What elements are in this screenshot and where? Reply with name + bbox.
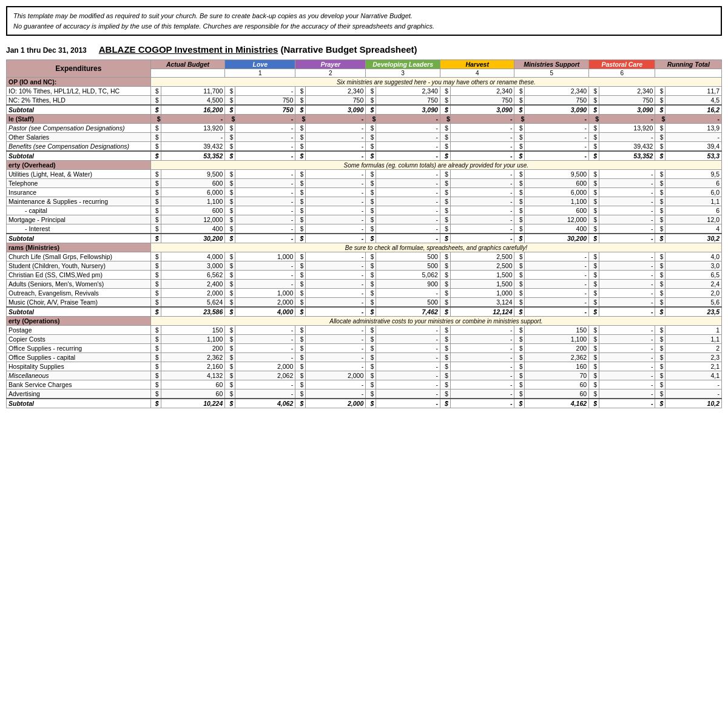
notice-box: This template may be modified as require… (6, 6, 722, 36)
table-row: - capital$600$-$-$-$-$600$-$6 (7, 206, 722, 215)
prayer-num: 2 (295, 69, 366, 78)
table-row: Pastor (see Compensation Designations)$1… (7, 124, 722, 133)
table-row: - Interest$400$-$-$-$-$400$-$4 (7, 224, 722, 234)
section-header-row: erty (Overhead)Some formulas (eg. column… (7, 161, 722, 170)
col-harvest-hdr: Harvest (440, 60, 514, 69)
table-row: Advertising$60$-$-$-$-$60$-$- (7, 389, 722, 399)
section-header-row: rams (Ministries)Be sure to check all fo… (7, 243, 722, 252)
table-row: Miscellaneous$4,132$2,062$2,000$-$-$70$-… (7, 371, 722, 380)
col-expenditures-hdr: Expenditures (7, 60, 151, 78)
subtotal-row: Subtotal$30,200$-$-$-$-$30,200$-$30,2 (7, 234, 722, 243)
subtotal-row: Subtotal$53,352$-$-$-$-$-$53,352$53,3 (7, 151, 722, 161)
col-actual-hdr: Actual Budget (150, 60, 225, 69)
harvest-num: 4 (440, 69, 514, 78)
actual-num (150, 69, 225, 78)
budget-table: Expenditures Actual Budget Love Prayer D… (6, 59, 722, 408)
table-row: Postage$150$-$-$-$-$150$-$1 (7, 326, 722, 335)
date-range: Jan 1 thru Dec 31, 2013 (6, 46, 87, 55)
section-header-row: OP (IO and NC):Six ministries are sugges… (7, 78, 722, 87)
table-row: Bank Service Charges$60$-$-$-$-$60$-$- (7, 380, 722, 389)
title-underline: ABLAZE COGOP Investment in Ministries (99, 44, 278, 55)
table-row: Christian Ed (SS, CIMS,Wed pm)$6,562$-$-… (7, 271, 722, 280)
table-row: Insurance$6,000$-$-$-$-$6,000$-$6,0 (7, 188, 722, 197)
table-row: Hospitality Supplies$2,160$2,000$-$-$-$1… (7, 362, 722, 371)
table-row: Benefits (see Compensation Designations)… (7, 142, 722, 152)
subtotal-row: Subtotal$10,224$4,062$2,000$-$-$4,162$-$… (7, 399, 722, 408)
col-prayer-hdr: Prayer (295, 60, 366, 69)
table-row: Office Supplies - capital$2,362$-$-$-$-$… (7, 353, 722, 362)
running-num (655, 69, 722, 78)
table-row: Adults (Seniors, Men's, Women's)$2,400$-… (7, 280, 722, 289)
table-row: Utilities (Light, Heat, & Water)$9,500$-… (7, 170, 722, 179)
title-row: Jan 1 thru Dec 31, 2013 ABLAZE COGOP Inv… (6, 44, 722, 55)
love-num: 1 (225, 69, 295, 78)
table-row: Copier Costs$1,100$-$-$-$-$1,100$-$1,1 (7, 335, 722, 344)
table-row: Telephone$600$-$-$-$-$600$-$6 (7, 179, 722, 188)
col-ministries-hdr: Ministries Support (514, 60, 589, 69)
pastoral-num: 6 (589, 69, 655, 78)
table-row: Mortgage - Principal$12,000$-$-$-$-$12,0… (7, 215, 722, 224)
title-rest: (Narrative Budget Spreadsheet) (278, 44, 417, 55)
table-row: Other Salaries$-$-$-$-$-$-$-$- (7, 133, 722, 142)
table-row: Church Life (Small Grps, Fellowship)$4,0… (7, 252, 722, 261)
col-pastoral-hdr: Pastoral Care (589, 60, 655, 69)
table-row: Student (Children, Youth, Nursery)$3,000… (7, 261, 722, 271)
developing-num: 3 (366, 69, 440, 78)
subtotal-row: Subtotal$16,200$750$3,090$3,090$3,090$3,… (7, 105, 722, 115)
subtotal-row: Subtotal$23,586$4,000$-$7,462$12,124$-$-… (7, 307, 722, 317)
main-title: ABLAZE COGOP Investment in Ministries (N… (99, 44, 417, 55)
table-row: IO: 10% Tithes, HPL1/L2, HLD, TC, HC$11,… (7, 87, 722, 96)
col-developing-hdr: Developing Leaders (366, 60, 440, 69)
ministries-num: 5 (514, 69, 589, 78)
section-header-row: le (Staff)$-$-$-$-$-$-$-$- (7, 115, 722, 124)
col-running-hdr: Running Total (655, 60, 722, 69)
table-row: Music (Choir, A/V, Praise Team)$5,624$2,… (7, 298, 722, 308)
notice-line1: This template may be modified as require… (13, 11, 715, 21)
notice-line2: No guarantee of accuracy is implied by t… (13, 21, 715, 32)
col-love-hdr: Love (225, 60, 295, 69)
table-row: Maintenance & Supplies - recurring$1,100… (7, 197, 722, 206)
table-row: Outreach, Evangelism, Revivals$2,000$1,0… (7, 289, 722, 298)
column-header-row: Expenditures Actual Budget Love Prayer D… (7, 60, 722, 69)
table-row: Office Supplies - recurring$200$-$-$-$-$… (7, 344, 722, 353)
section-header-row: erty (Operations)Allocate administrative… (7, 317, 722, 326)
table-row: NC: 2% Tithes, HLD$4,500$750$750$750$750… (7, 96, 722, 106)
